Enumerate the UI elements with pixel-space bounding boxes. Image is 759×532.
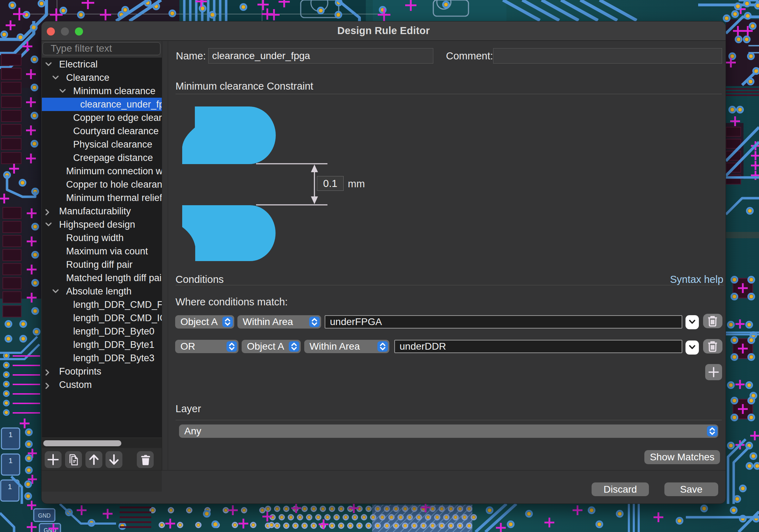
svg-text:GND: GND bbox=[38, 513, 51, 519]
svg-text:1: 1 bbox=[8, 482, 12, 491]
svg-text:1: 1 bbox=[8, 430, 13, 439]
svg-text:1: 1 bbox=[8, 456, 13, 465]
